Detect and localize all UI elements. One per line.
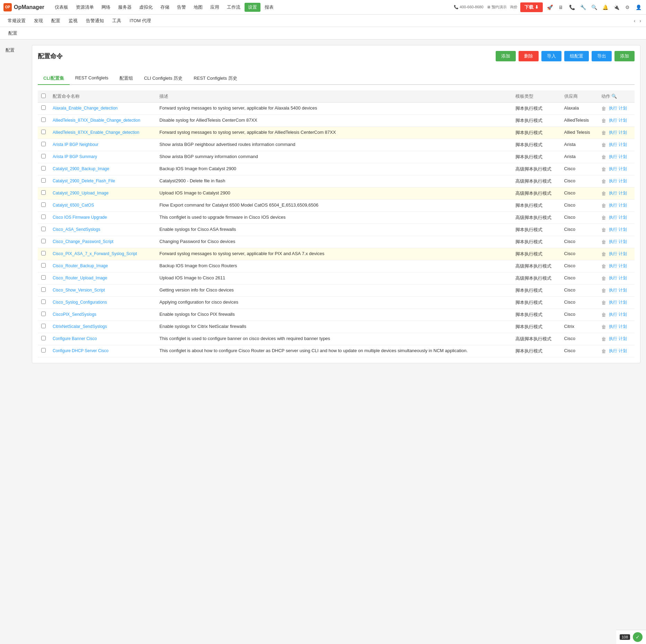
top-nav-item-5[interactable]: 存储	[157, 3, 173, 12]
row-checkbox[interactable]	[41, 299, 46, 304]
schedule-link[interactable]: 计划	[619, 312, 627, 317]
schedule-link[interactable]: 计划	[619, 215, 627, 220]
search-icon-header[interactable]: 🔍	[611, 94, 617, 99]
tools-icon[interactable]: 🔧	[579, 3, 587, 11]
row-checkbox[interactable]	[41, 251, 46, 255]
top-nav-item-9[interactable]: 工作流	[223, 3, 244, 12]
top-nav-item-10[interactable]: 设置	[245, 3, 260, 12]
row-name-link[interactable]: Arista IP BGP Neighbour	[53, 142, 98, 147]
row-name-link[interactable]: Catalyst_2900_Upload_Image	[53, 191, 108, 195]
delete-row-icon[interactable]: 🗑	[601, 179, 606, 184]
delete-row-icon[interactable]: 🗑	[601, 300, 606, 305]
delete-row-icon[interactable]: 🗑	[601, 130, 606, 136]
schedule-link[interactable]: 计划	[619, 190, 627, 196]
delete-row-icon[interactable]: 🗑	[601, 312, 606, 317]
execute-link[interactable]: 执行	[609, 348, 617, 354]
nav-item-tools[interactable]: 工具	[108, 16, 125, 25]
execute-link[interactable]: 执行	[609, 118, 617, 123]
execute-link[interactable]: 执行	[609, 299, 617, 305]
schedule-link[interactable]: 计划	[619, 336, 627, 342]
sidebar-config[interactable]: 配置	[6, 45, 26, 55]
third-nav-config[interactable]: 配置	[3, 29, 22, 38]
search-icon[interactable]: 🔍	[590, 3, 598, 11]
delete-row-icon[interactable]: 🗑	[601, 191, 606, 196]
row-name-link[interactable]: Configure DHCP Server Cisco	[53, 348, 108, 353]
execute-link[interactable]: 执行	[609, 202, 617, 208]
nav-item-config[interactable]: 配置	[47, 16, 64, 25]
top-nav-item-4[interactable]: 虚拟化	[136, 3, 156, 12]
delete-row-icon[interactable]: 🗑	[601, 288, 606, 293]
execute-link[interactable]: 执行	[609, 227, 617, 233]
nav-item-monitor[interactable]: 监视	[64, 16, 82, 25]
schedule-link[interactable]: 计划	[619, 263, 627, 269]
group-config-button[interactable]: 组配置	[564, 51, 589, 61]
row-name-link[interactable]: Arista IP BGP Summary	[53, 154, 97, 159]
schedule-link[interactable]: 计划	[619, 178, 627, 184]
execute-link[interactable]: 执行	[609, 190, 617, 196]
delete-row-icon[interactable]: 🗑	[601, 203, 606, 208]
nav-item-discover[interactable]: 发现	[30, 16, 47, 25]
row-checkbox[interactable]	[41, 348, 46, 353]
add-button-1[interactable]: 添加	[496, 51, 516, 61]
row-name-link[interactable]: Catalyst_6500_CatOS	[53, 203, 94, 208]
delete-row-icon[interactable]: 🗑	[601, 142, 606, 148]
execute-link[interactable]: 执行	[609, 142, 617, 148]
row-name-link[interactable]: AlliedTelesis_87XX_Enable_Change_detecti…	[53, 130, 139, 135]
schedule-link[interactable]: 计划	[619, 299, 627, 305]
top-nav-item-2[interactable]: 网络	[98, 3, 114, 12]
delete-row-icon[interactable]: 🗑	[601, 239, 606, 245]
nav-item-general[interactable]: 常规设置	[3, 16, 30, 25]
schedule-link[interactable]: 计划	[619, 348, 627, 354]
top-nav-item-1[interactable]: 资源清单	[72, 3, 97, 12]
row-name-link[interactable]: CitrixNetScalar_SendSyslogs	[53, 324, 107, 329]
user-icon[interactable]: 👤	[634, 3, 643, 11]
top-nav-item-8[interactable]: 应用	[207, 3, 223, 12]
delete-row-icon[interactable]: 🗑	[601, 263, 606, 269]
row-checkbox[interactable]	[41, 118, 46, 122]
monitor-icon[interactable]: 🖥	[557, 3, 565, 11]
delete-row-icon[interactable]: 🗑	[601, 166, 606, 172]
tab-1[interactable]: REST Configlets	[70, 72, 114, 85]
schedule-link[interactable]: 计划	[619, 324, 627, 330]
execute-link[interactable]: 执行	[609, 275, 617, 281]
execute-link[interactable]: 执行	[609, 263, 617, 269]
row-checkbox[interactable]	[41, 166, 46, 171]
delete-row-icon[interactable]: 🗑	[601, 336, 606, 342]
delete-row-icon[interactable]: 🗑	[601, 324, 606, 330]
row-name-link[interactable]: CiscoPIX_SendSyslogs	[53, 312, 96, 317]
execute-link[interactable]: 执行	[609, 215, 617, 220]
row-name-link[interactable]: Cisco_Router_Upload_Image	[53, 276, 107, 280]
delete-row-icon[interactable]: 🗑	[601, 227, 606, 233]
schedule-link[interactable]: 计划	[619, 105, 627, 111]
tab-0[interactable]: CLI配置集	[38, 72, 70, 85]
row-checkbox[interactable]	[41, 190, 46, 195]
row-name-link[interactable]: Catalyst_2900_Backup_Image	[53, 166, 109, 171]
download-button[interactable]: 下载 ⬇	[520, 2, 543, 12]
execute-link[interactable]: 执行	[609, 336, 617, 342]
tab-3[interactable]: CLI Configlets 历史	[139, 72, 188, 85]
execute-link[interactable]: 执行	[609, 166, 617, 172]
row-checkbox[interactable]	[41, 336, 46, 340]
schedule-link[interactable]: 计划	[619, 166, 627, 172]
execute-link[interactable]: 执行	[609, 239, 617, 245]
delete-row-icon[interactable]: 🗑	[601, 154, 606, 160]
schedule-link[interactable]: 计划	[619, 202, 627, 208]
export-button[interactable]: 导出	[592, 51, 612, 61]
row-checkbox[interactable]	[41, 105, 46, 110]
nav-next[interactable]: ›	[638, 17, 643, 25]
row-checkbox[interactable]	[41, 287, 46, 292]
row-name-link[interactable]: Cisco_Syslog_Configurations	[53, 300, 107, 305]
execute-link[interactable]: 执行	[609, 251, 617, 257]
schedule-link[interactable]: 计划	[619, 130, 627, 136]
row-checkbox[interactable]	[41, 263, 46, 268]
row-checkbox[interactable]	[41, 202, 46, 207]
row-name-link[interactable]: Configure Banner Cisco	[53, 336, 97, 341]
row-name-link[interactable]: Catalyst_2900_Delete_Flash_File	[53, 179, 115, 183]
delete-button[interactable]: 删除	[519, 51, 539, 61]
row-checkbox[interactable]	[41, 178, 46, 183]
delete-row-icon[interactable]: 🗑	[601, 348, 606, 354]
schedule-link[interactable]: 计划	[619, 154, 627, 160]
schedule-link[interactable]: 计划	[619, 251, 627, 257]
schedule-link[interactable]: 计划	[619, 118, 627, 123]
schedule-link[interactable]: 计划	[619, 142, 627, 148]
